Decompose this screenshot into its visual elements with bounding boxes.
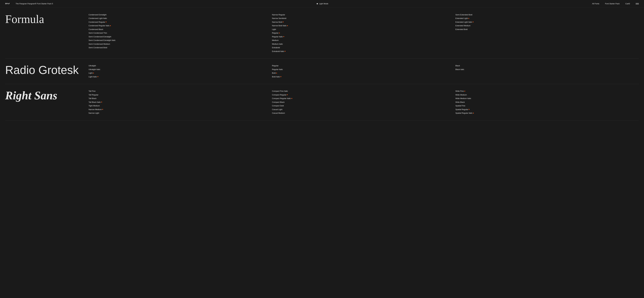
- site-title: The Pangram Pangram® Font Starter Pack 5: [16, 2, 53, 5]
- orange-dot-icon: [101, 102, 102, 103]
- weight-label: Light: [272, 28, 276, 31]
- weight-item[interactable]: Regular: [272, 32, 456, 34]
- weight-item[interactable]: Condensed Regular Italic: [88, 24, 272, 27]
- weight-item[interactable]: Condensed Extralight: [88, 13, 272, 16]
- menu-icon[interactable]: [636, 3, 639, 4]
- weight-item[interactable]: Compact Fine Italic: [272, 90, 456, 93]
- weight-label: Tall Regular: [88, 93, 98, 96]
- weight-item[interactable]: Semi Condensed Extralight Italic: [88, 39, 272, 42]
- weight-item[interactable]: Compact Regular: [272, 93, 456, 96]
- weight-item[interactable]: Spatial Regular Italic: [456, 112, 639, 115]
- weight-item[interactable]: Light: [272, 28, 456, 31]
- weight-item[interactable]: Regular: [272, 64, 456, 67]
- weight-item[interactable]: Condensed Regular: [88, 21, 272, 23]
- weight-item[interactable]: Wide Medium Italic: [456, 97, 639, 100]
- header-center: Light Mode: [317, 2, 328, 5]
- weight-item[interactable]: Light: [88, 72, 272, 74]
- nav-font-starter[interactable]: Font Starter Pack: [605, 2, 620, 5]
- font-section-inner-radio-grotesk: Radio GroteskUltralightUltralight Italic…: [5, 64, 639, 78]
- weight-label: Spatial Regular: [456, 108, 468, 111]
- weight-item[interactable]: Casual Light: [272, 108, 456, 111]
- weight-item[interactable]: Tight Medium: [88, 104, 272, 107]
- weight-item[interactable]: Compact Dark: [272, 104, 456, 107]
- weight-label: Narrow Medium: [88, 108, 102, 111]
- orange-dot-icon: [283, 21, 284, 22]
- weight-item[interactable]: Narrow Medium: [88, 108, 272, 111]
- weight-label: Medium italic: [272, 43, 283, 45]
- weight-label: Semi Condensed Bold: [88, 46, 107, 49]
- weight-item[interactable]: Tall Black: [88, 97, 272, 100]
- weight-item[interactable]: Spatial Fine: [456, 104, 639, 107]
- mode-label[interactable]: Light Mode: [319, 2, 328, 5]
- weight-item[interactable]: Semi Condensed Extralight: [88, 35, 272, 38]
- orange-dot-icon: [276, 73, 277, 73]
- weight-item[interactable]: Black italic: [456, 68, 639, 71]
- weight-item[interactable]: Narrow Semibold: [272, 17, 456, 20]
- weight-label: Spatial Regular Italic: [456, 112, 472, 115]
- weight-label: Narrow Semibold: [272, 17, 286, 20]
- weight-item[interactable]: Extended Bold: [456, 28, 639, 31]
- weight-item[interactable]: Medium italic: [272, 43, 456, 45]
- weight-item[interactable]: Ultralight Italic: [88, 68, 272, 71]
- weight-item[interactable]: Extrabold Italic: [272, 50, 456, 53]
- weight-item[interactable]: Regular Italic: [272, 68, 456, 71]
- weight-item[interactable]: Semi Extended Bold: [456, 13, 639, 16]
- weight-label: Compact Dark: [272, 104, 284, 107]
- weight-item[interactable]: Semi Condensed Bold: [88, 46, 272, 49]
- orange-dot-icon: [110, 25, 111, 26]
- weight-label: Tight Medium: [88, 104, 100, 107]
- weight-item[interactable]: Light Italic: [88, 75, 272, 78]
- weight-item[interactable]: Spatial Regular: [456, 108, 639, 111]
- cart-label[interactable]: Cart0: [625, 2, 630, 5]
- weight-label: Condensed Extralight: [88, 13, 106, 16]
- logo[interactable]: PP•F: [5, 2, 10, 5]
- weight-item[interactable]: Bold: [272, 72, 456, 74]
- weight-item[interactable]: Black: [456, 64, 639, 67]
- weight-label: Condensed Regular: [88, 21, 105, 23]
- weight-item[interactable]: Wide Black: [456, 101, 639, 104]
- weight-item[interactable]: Wide Fine: [456, 90, 639, 93]
- orange-dot-icon: [283, 36, 284, 37]
- weight-item[interactable]: Extended Medium: [456, 24, 639, 27]
- weight-item[interactable]: Extrabold: [272, 46, 456, 49]
- nav-all-fonts[interactable]: All Fonts: [592, 2, 599, 5]
- weight-column-radio-grotesk-2: BlackBlack italic: [456, 64, 639, 78]
- font-name-right-sans: Right Sans: [5, 90, 88, 101]
- weight-label: Semi Condensed Extralight Italic: [88, 39, 116, 42]
- weight-item[interactable]: Tall Black Italic: [88, 101, 272, 104]
- weight-item[interactable]: Ultralight: [88, 64, 272, 67]
- weight-label: Light Italic: [88, 75, 97, 78]
- weight-item[interactable]: Condensed Light Italic: [88, 17, 272, 20]
- weight-item[interactable]: Medium: [272, 39, 456, 42]
- weight-item[interactable]: Condensed Black: [88, 28, 272, 31]
- weight-item[interactable]: Tall Regular: [88, 93, 272, 96]
- weight-item[interactable]: Semi Condensed Medium: [88, 43, 272, 45]
- weight-item[interactable]: Semi Condensed Thin: [88, 32, 272, 34]
- weight-item[interactable]: Extended Light: [456, 17, 639, 20]
- weight-item[interactable]: Bold Italic: [272, 75, 456, 78]
- weight-item[interactable]: Casual Medium: [272, 112, 456, 115]
- weight-item[interactable]: Wide Medium: [456, 93, 639, 96]
- weight-label: Black italic: [456, 68, 464, 71]
- weight-item[interactable]: Tall Fine: [88, 90, 272, 93]
- weight-item[interactable]: Narrow Light: [88, 112, 272, 115]
- weight-item[interactable]: Narrow Bold: [272, 21, 456, 23]
- weight-item[interactable]: Regular Italic: [272, 35, 456, 38]
- weight-item[interactable]: Narrow Regular: [272, 13, 456, 16]
- weight-item[interactable]: Narrow Bold Italic: [272, 24, 456, 27]
- font-section-inner-formula: FormulaCondensed ExtralightCondensed Lig…: [5, 13, 639, 53]
- weight-label: Extrabold: [272, 46, 280, 49]
- orange-dot-icon: [93, 73, 94, 73]
- font-name-formula: Formula: [5, 13, 88, 25]
- weight-column-right-sans-0: Tall FineTall RegularTall BlackTall Blac…: [88, 90, 272, 115]
- font-section-formula: FormulaCondensed ExtralightCondensed Lig…: [5, 7, 639, 59]
- weight-item[interactable]: Extended Light Italic: [456, 21, 639, 23]
- orange-dot-icon: [106, 21, 106, 22]
- weight-item[interactable]: Compact Regular Italic: [272, 97, 456, 100]
- weight-label: Compact Black: [272, 101, 284, 104]
- site-header: PP•F The Pangram Pangram® Font Starter P…: [0, 0, 644, 7]
- weight-item[interactable]: Compact Black: [272, 101, 456, 104]
- weight-label: Narrow Bold Italic: [272, 24, 287, 27]
- weight-label: Bold Italic: [272, 75, 280, 78]
- weight-label: Wide Fine: [456, 90, 464, 93]
